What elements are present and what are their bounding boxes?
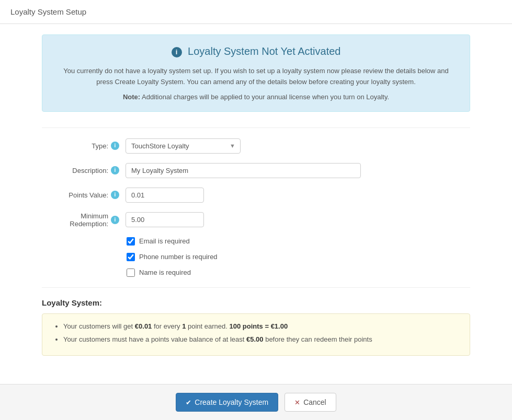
- loyalty-info-box: Your customers will get €0.01 for every …: [42, 313, 470, 356]
- description-row: Description: i: [42, 163, 470, 178]
- loyalty-system-title: Loyalty System:: [42, 298, 470, 307]
- type-select-wrapper: TouchStore Loyalty External Loyalty ▼: [126, 138, 241, 154]
- description-info-icon[interactable]: i: [111, 166, 119, 174]
- type-info-icon[interactable]: i: [111, 142, 119, 150]
- minimum-redemption-label: Minimum Redemption: i: [42, 212, 126, 228]
- email-required-row: Email is required: [127, 237, 470, 246]
- bullet1-pre: Your customers will get: [63, 322, 135, 330]
- check-icon: ✔: [186, 399, 191, 406]
- page-content: i Loyalty System Not Yet Activated You c…: [0, 24, 512, 384]
- phone-required-row: Phone number is required: [127, 253, 470, 261]
- note-label: Note:: [123, 93, 140, 101]
- create-loyalty-label: Create Loyalty System: [195, 398, 268, 406]
- divider: [42, 127, 470, 128]
- create-loyalty-button[interactable]: ✔ Create Loyalty System: [176, 393, 278, 412]
- points-value-label: Points Value: i: [42, 191, 126, 199]
- name-required-row: Name is required: [127, 269, 470, 277]
- banner-note: Note: Additional charges will be applied…: [58, 93, 454, 101]
- page-header: Loyalty System Setup: [0, 0, 512, 24]
- description-label: Description: i: [42, 166, 126, 174]
- redemption-info-icon[interactable]: i: [111, 216, 119, 224]
- bullet2-amount: €5.00: [246, 335, 264, 343]
- type-label: Type: i: [42, 142, 126, 150]
- bullet2-post: before they can redeem their points: [264, 335, 372, 343]
- info-banner: i Loyalty System Not Yet Activated You c…: [42, 34, 470, 112]
- points-value-row: Points Value: i: [42, 188, 470, 203]
- bullet2-pre: Your customers must have a points value …: [63, 335, 246, 343]
- minimum-redemption-row: Minimum Redemption: i: [42, 212, 470, 228]
- cancel-label: Cancel: [303, 398, 326, 406]
- points-info-icon[interactable]: i: [111, 191, 119, 199]
- points-value-input[interactable]: [126, 188, 204, 203]
- email-required-label[interactable]: Email is required: [139, 237, 190, 245]
- loyalty-system-section: Loyalty System: Your customers will get …: [42, 298, 470, 356]
- bullet1-post: point earned.: [186, 322, 229, 330]
- page-footer: ✔ Create Loyalty System ✕ Cancel: [0, 384, 512, 420]
- phone-required-checkbox[interactable]: [127, 253, 135, 261]
- loyalty-info-item-1: Your customers will get €0.01 for every …: [63, 321, 459, 332]
- minimum-redemption-input[interactable]: [126, 212, 204, 227]
- type-row: Type: i TouchStore Loyalty External Loya…: [42, 138, 470, 154]
- bullet1-summary: 100 points = €1.00: [230, 322, 288, 330]
- note-text: Additional charges will be applied to yo…: [140, 93, 389, 101]
- bullet1-amount: €0.01: [135, 322, 152, 330]
- bullet1-mid: for every: [152, 322, 182, 330]
- name-required-checkbox[interactable]: [127, 269, 135, 277]
- info-icon: i: [172, 47, 182, 57]
- name-required-label[interactable]: Name is required: [139, 269, 191, 276]
- page-title: Loyalty System Setup: [10, 7, 502, 16]
- banner-title: i Loyalty System Not Yet Activated: [58, 45, 454, 57]
- banner-body: You currently do not have a loyalty syst…: [60, 66, 452, 88]
- cancel-button[interactable]: ✕ Cancel: [285, 393, 336, 412]
- divider-2: [42, 287, 470, 288]
- email-required-checkbox[interactable]: [127, 237, 135, 246]
- cancel-x-icon: ✕: [294, 399, 300, 406]
- loyalty-info-list: Your customers will get €0.01 for every …: [53, 321, 459, 345]
- phone-required-label[interactable]: Phone number is required: [139, 253, 218, 261]
- form-section: Type: i TouchStore Loyalty External Loya…: [42, 138, 470, 277]
- type-select[interactable]: TouchStore Loyalty External Loyalty: [126, 138, 241, 154]
- description-input[interactable]: [126, 163, 361, 178]
- loyalty-info-item-2: Your customers must have a points value …: [63, 334, 459, 345]
